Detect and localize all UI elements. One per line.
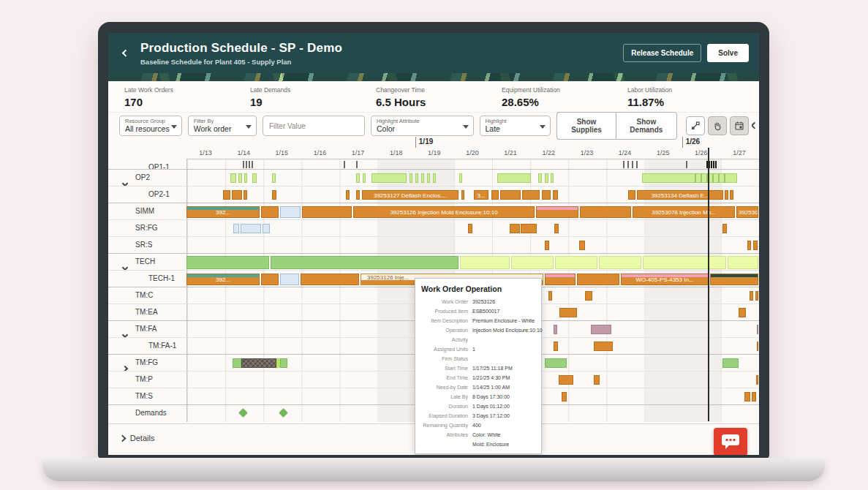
gantt-bar[interactable] [580,206,631,218]
gantt-bar[interactable] [551,173,554,183]
gantt-bar[interactable] [757,342,758,351]
gantt-bar[interactable] [280,358,287,368]
gantt-bar[interactable] [241,358,276,368]
gantt-bar[interactable] [701,173,702,183]
gantt-bar[interactable] [713,161,714,168]
gantt-bar[interactable] [594,375,600,385]
gantt-bar[interactable]: 392... [186,274,260,285]
gantt-bar[interactable] [712,173,714,183]
filter-value-input[interactable] [263,116,365,136]
gantt-bar[interactable] [594,342,613,351]
gantt-bar[interactable] [559,375,573,385]
gantt-bar[interactable] [421,173,424,183]
resource-row-label[interactable]: TM:FG [108,355,186,371]
gantt-bar[interactable] [510,224,520,233]
gantt-bar[interactable] [585,291,592,301]
gantt-bar[interactable] [739,308,746,317]
gantt-bar[interactable] [186,256,269,269]
gantt-bar[interactable] [460,256,510,269]
gantt-bar[interactable] [233,358,241,368]
chat-assistant-button[interactable] [714,428,747,455]
resource-row-label[interactable]: TM:P [108,372,186,388]
gantt-bar[interactable] [238,173,242,183]
gantt-bar[interactable] [722,358,739,368]
gantt-bar[interactable] [356,173,360,183]
gantt-bar[interactable]: 392530 [736,206,758,218]
resource-row-label[interactable]: Demands [108,405,186,421]
gantt-bar[interactable] [715,161,717,168]
collapse-panel-button[interactable] [752,116,759,135]
gantt-bar[interactable] [522,190,540,200]
resource-row-label[interactable]: TECH [108,254,186,270]
gantt-bar[interactable] [627,161,629,168]
gantt-bar[interactable] [302,206,352,218]
resource-row-label[interactable]: SR:S [108,237,186,253]
gantt-bar[interactable] [695,173,696,183]
gantt-bar[interactable] [755,291,758,301]
gantt-bar[interactable] [562,392,567,402]
gantt-bar[interactable]: 39253126 Injection Mold Enclosure:10:10 [353,206,535,218]
highlight-attribute-select[interactable]: Highlight Attribute Color [371,116,474,136]
gantt-bar[interactable] [241,224,261,233]
demand-diamond[interactable] [238,408,248,418]
resource-row-label[interactable]: TM:FA-1 [108,338,186,354]
resource-row-label[interactable]: TECH-1 [108,271,186,287]
show-supplies-button[interactable]: Show Supplies [556,112,616,140]
resource-row-label[interactable]: SR:FG [108,220,186,236]
gantt-bar[interactable] [261,206,279,218]
gantt-bar[interactable] [545,173,548,183]
gantt-bar[interactable] [724,173,725,183]
gantt-bar[interactable] [500,190,521,200]
calendar-button[interactable] [730,116,749,135]
gantt-bar[interactable] [252,161,253,168]
gantt-bar[interactable] [346,190,350,200]
gantt-bar[interactable] [752,392,756,402]
gantt-bar[interactable] [356,161,358,168]
solve-button[interactable]: Solve [707,44,749,62]
gantt-bar[interactable] [363,173,366,183]
back-button[interactable] [118,46,133,61]
gantt-bar[interactable] [722,224,727,233]
gantt-bar[interactable] [427,173,430,183]
gantt-bar[interactable] [642,173,737,183]
gantt-bar[interactable] [468,224,472,233]
gantt-bar[interactable] [711,161,712,168]
gantt-bar[interactable] [280,206,301,218]
marquee-select-button[interactable] [686,116,705,135]
gantt-bar[interactable] [728,256,758,269]
resource-group-select[interactable]: Resource Group All resources [119,116,182,136]
gantt-bar[interactable]: 39253078 Injection Mo... [633,206,735,218]
gantt-bar[interactable] [243,161,244,168]
gantt-bar[interactable] [538,173,542,183]
gantt-bar[interactable] [542,190,551,200]
gantt-bar[interactable] [271,256,458,269]
resource-row-label[interactable]: OP1-1 [108,159,186,169]
resource-row-label[interactable]: OP2-1 [108,186,186,203]
gantt-bar[interactable]: 392... [186,206,260,218]
gantt-bar[interactable] [246,161,247,168]
gantt-bar[interactable] [230,173,236,183]
gantt-bar[interactable] [545,274,575,285]
gantt-bar[interactable] [753,241,758,250]
filter-by-select[interactable]: Filter By Work order [188,116,257,136]
gantt-bar[interactable] [459,173,462,183]
gantt-bar[interactable] [511,256,554,269]
gantt-bar[interactable] [599,256,641,269]
gantt-bar[interactable] [536,206,578,218]
gantt-bar[interactable] [371,173,407,183]
gantt-bar[interactable] [491,190,499,200]
gantt-bar[interactable] [555,256,597,269]
gantt-bar[interactable] [744,392,750,402]
gantt-bar[interactable] [632,161,633,168]
gantt-bar[interactable]: 39253127 Deflash Enclos.... [362,190,458,200]
gantt-bar[interactable] [223,190,230,200]
gantt-bar[interactable] [718,173,720,183]
gantt-bar[interactable] [263,224,270,233]
gantt-bar[interactable] [301,274,359,285]
gantt-bar[interactable] [461,190,464,200]
gantt-bar[interactable] [686,161,687,168]
gantt-bar[interactable] [233,224,239,233]
gantt-bar[interactable] [554,325,557,334]
gantt-bar[interactable] [249,161,250,168]
resource-row-label[interactable]: TM:S [108,388,186,404]
